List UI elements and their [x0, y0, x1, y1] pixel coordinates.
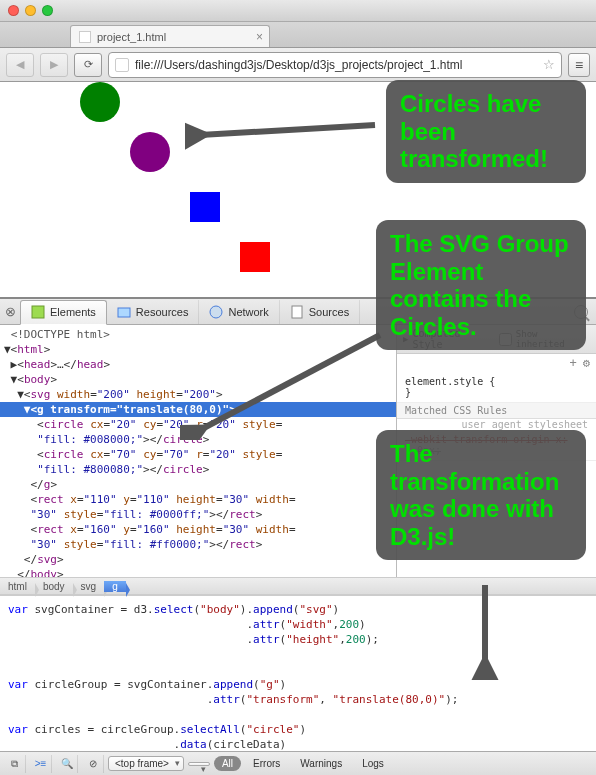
resources-tab[interactable]: Resources: [107, 300, 200, 324]
frame-selector[interactable]: <top frame>: [108, 756, 184, 771]
annotation-1: Circles have been transformed!: [386, 80, 586, 183]
dom-tree-panel[interactable]: <!DOCTYPE html> ▼<html> ▶<head>…</head> …: [0, 325, 396, 577]
close-window-button[interactable]: [8, 5, 19, 16]
add-rule-icon[interactable]: +: [570, 356, 577, 370]
annotation-3: The transformation was done with D3.js!: [376, 430, 586, 560]
back-button[interactable]: ◀: [6, 53, 34, 77]
annotation-2: The SVG Group Element contains the Circl…: [376, 220, 586, 350]
tab-title: project_1.html: [97, 31, 166, 43]
svg-rect-4: [118, 308, 130, 317]
filter-warnings[interactable]: Warnings: [292, 756, 350, 771]
toggle-state-icon[interactable]: ⚙: [583, 356, 590, 370]
zoom-window-button[interactable]: [42, 5, 53, 16]
ua-stylesheet-label: user agent stylesheet: [397, 419, 596, 430]
reload-button[interactable]: ⟳: [74, 53, 102, 77]
matched-rules-header: Matched CSS Rules: [397, 403, 596, 419]
address-bar[interactable]: file:///Users/dashingd3js/Desktop/d3js_p…: [108, 52, 562, 78]
browser-toolbar: ◀ ▶ ⟳ file:///Users/dashingd3js/Desktop/…: [0, 48, 596, 82]
green-circle: [80, 82, 120, 122]
sources-icon: [290, 305, 304, 319]
browser-tab[interactable]: project_1.html ×: [70, 25, 270, 47]
console-panel[interactable]: var svgContainer = d3.select("body").app…: [0, 595, 596, 751]
filter-errors[interactable]: Errors: [245, 756, 288, 771]
close-tab-icon[interactable]: ×: [256, 30, 263, 44]
elements-tab[interactable]: Elements: [20, 300, 107, 325]
devtools-footer: ⧉ >≡ 🔍 ⊘ <top frame> All Errors Warnings…: [0, 751, 596, 775]
filter-logs[interactable]: Logs: [354, 756, 392, 771]
dom-highlighted-line[interactable]: ▼<g transform="translate(80,0)">: [0, 402, 396, 417]
minimize-window-button[interactable]: [25, 5, 36, 16]
browser-tab-strip: project_1.html ×: [0, 22, 596, 48]
purple-circle: [130, 132, 170, 172]
svg-rect-6: [292, 306, 302, 318]
filter-all[interactable]: All: [214, 756, 241, 771]
elements-icon: [31, 305, 45, 319]
page-icon: [115, 58, 129, 72]
traffic-lights: [8, 5, 53, 16]
crumb-body[interactable]: body: [35, 581, 73, 592]
footer-search-icon[interactable]: 🔍: [56, 755, 78, 773]
red-square: [240, 242, 270, 272]
crumb-svg[interactable]: svg: [73, 581, 105, 592]
bookmark-star-icon[interactable]: ☆: [543, 57, 555, 72]
crumb-g[interactable]: g: [104, 581, 126, 592]
context-selector[interactable]: [188, 762, 210, 766]
network-tab[interactable]: Network: [199, 300, 279, 324]
browser-menu-button[interactable]: ≡: [568, 53, 590, 77]
window-titlebar: [0, 0, 596, 22]
dock-toggle-icon[interactable]: ⧉: [4, 755, 26, 773]
network-icon: [209, 305, 223, 319]
show-console-icon[interactable]: >≡: [30, 755, 52, 773]
rendered-svg: [0, 82, 300, 298]
dom-breadcrumbs: html body svg g: [0, 577, 596, 595]
styles-toolbar: + ⚙: [397, 354, 596, 372]
crumb-html[interactable]: html: [0, 581, 35, 592]
resources-icon: [117, 305, 131, 319]
svg-rect-3: [32, 306, 44, 318]
sources-tab[interactable]: Sources: [280, 300, 360, 324]
devtools-close-button[interactable]: ⊗: [0, 304, 20, 319]
file-icon: [79, 31, 91, 43]
clear-console-icon[interactable]: ⊘: [82, 755, 104, 773]
svg-point-5: [210, 306, 222, 318]
forward-button[interactable]: ▶: [40, 53, 68, 77]
url-text: file:///Users/dashingd3js/Desktop/d3js_p…: [135, 58, 463, 72]
element-style-rule[interactable]: element.style { }: [397, 372, 596, 403]
blue-square: [190, 192, 220, 222]
